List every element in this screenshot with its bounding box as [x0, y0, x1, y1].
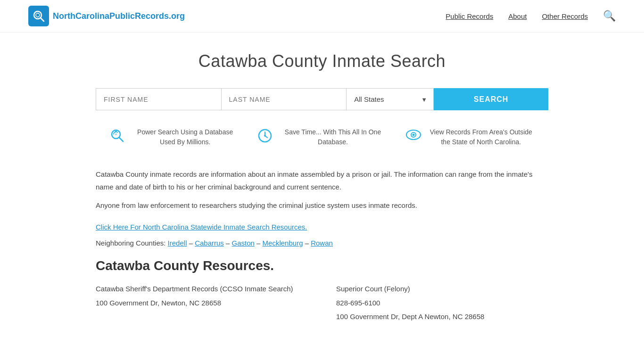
page-title: Catawba County Inmate Search: [96, 51, 548, 71]
search-button[interactable]: SEARCH: [434, 88, 548, 110]
state-select[interactable]: All States AlabamaAlaskaArizona Arkansas…: [346, 88, 434, 110]
features-row: Power Search Using a Database Used By Mi…: [96, 127, 548, 147]
neighbor-iredell[interactable]: Iredell: [168, 239, 187, 247]
neighbor-cabarrus[interactable]: Cabarrus: [195, 239, 224, 247]
resources-grid: Catawba Sheriff's Department Records (CC…: [96, 283, 548, 323]
last-name-input[interactable]: [221, 88, 347, 110]
nav-about[interactable]: About: [508, 12, 527, 20]
clock-icon: [257, 128, 272, 147]
svg-point-5: [115, 133, 117, 135]
nav-search-icon[interactable]: 🔍: [603, 10, 616, 22]
resource-superior-court: Superior Court (Felony): [336, 283, 548, 295]
body-section: Catawba County inmate records are inform…: [96, 168, 548, 212]
nav: Public Records About Other Records 🔍: [446, 10, 616, 22]
feature-text-2: View Records From Area's Outside the Sta…: [428, 127, 534, 147]
header: NorthCarolinaPublicRecords.org Public Re…: [0, 0, 644, 33]
feature-text-1: Save Time... With This All In One Databa…: [279, 127, 386, 147]
body-paragraph-1: Catawba County inmate records are inform…: [96, 168, 548, 193]
resources-title: Catawba County Resources.: [96, 258, 548, 273]
svg-line-1: [41, 18, 44, 21]
eye-icon: [405, 128, 421, 145]
statewide-link[interactable]: Click Here For North Carolina Statewide …: [96, 223, 307, 231]
nav-public-records[interactable]: Public Records: [446, 12, 493, 20]
neighbor-rowan[interactable]: Rowan: [311, 239, 333, 247]
main-content: Catawba County Inmate Search All States …: [86, 33, 558, 351]
feature-item-1: Save Time... With This All In One Databa…: [248, 127, 396, 147]
logo-link[interactable]: NorthCarolinaPublicRecords.org: [28, 6, 185, 26]
feature-item-2: View Records From Area's Outside the Sta…: [396, 127, 544, 147]
logo-icon: [28, 6, 49, 26]
svg-point-2: [36, 13, 40, 17]
neighbor-gaston[interactable]: Gaston: [232, 239, 255, 247]
first-name-input[interactable]: [96, 88, 221, 110]
resource-phone: 828-695-6100: [336, 297, 548, 309]
neighbor-mecklenburg[interactable]: Mecklenburg: [263, 239, 303, 247]
neighbors-line: Neighboring Counties: Iredell – Cabarrus…: [96, 239, 548, 247]
search-power-icon: [110, 128, 125, 147]
nav-other-records[interactable]: Other Records: [542, 12, 588, 20]
svg-point-12: [412, 134, 414, 136]
search-form: All States AlabamaAlaskaArizona Arkansas…: [96, 88, 548, 110]
body-paragraph-2: Anyone from law enforcement to researche…: [96, 199, 548, 212]
feature-text-0: Power Search Using a Database Used By Mi…: [132, 127, 239, 147]
logo-text: NorthCarolinaPublicRecords.org: [53, 11, 185, 21]
neighbors-label: Neighboring Counties:: [96, 239, 165, 247]
svg-line-4: [119, 138, 123, 141]
feature-item-0: Power Search Using a Database Used By Mi…: [100, 127, 248, 147]
state-select-wrapper: All States AlabamaAlaskaArizona Arkansas…: [346, 88, 434, 110]
resource-address-right: 100 Government Dr, Dept A Newton, NC 286…: [336, 311, 548, 323]
resource-address-left: 100 Government Dr, Newton, NC 28658: [96, 297, 308, 309]
resource-sheriff: Catawba Sheriff's Department Records (CC…: [96, 283, 308, 295]
svg-point-9: [264, 135, 266, 137]
